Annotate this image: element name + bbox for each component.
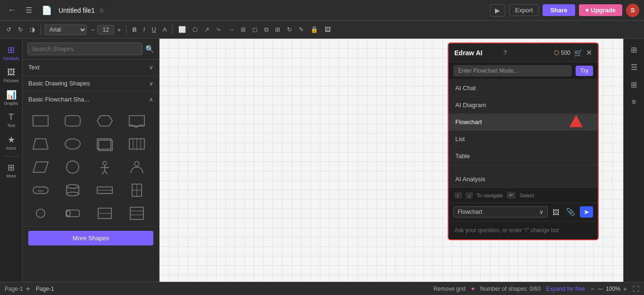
italic-button[interactable]: I [141, 25, 148, 34]
ai-chat-input[interactable] [454, 225, 592, 236]
shape-note[interactable] [124, 202, 150, 224]
star-button[interactable]: ☆ [99, 7, 105, 14]
line-button[interactable]: ↗ [202, 25, 212, 34]
shape-horiz-bar[interactable] [92, 179, 118, 201]
ai-generate-field[interactable]: Enter Flowchart Mode... [453, 65, 572, 76]
ai-chat-item[interactable]: AI Chat [449, 80, 598, 97]
border-button[interactable]: ⊞ [238, 25, 248, 34]
font-size-decrease[interactable]: − [89, 25, 96, 34]
ai-list-item[interactable]: List [449, 131, 598, 148]
add-page-button[interactable]: + [26, 285, 30, 293]
right-rail-grid[interactable]: ⊞ [628, 77, 640, 92]
avatar[interactable]: S [626, 4, 639, 17]
shape-trapezoid[interactable] [27, 133, 53, 154]
layer-button[interactable]: ⧉ [262, 25, 271, 34]
arrange-button[interactable]: ⊞ [273, 25, 283, 34]
shape-double-rect[interactable] [92, 133, 118, 154]
right-rail-more[interactable]: ≡ [629, 95, 639, 109]
align-button[interactable]: ⬜ [176, 25, 188, 34]
upgrade-button[interactable]: ♥ Upgrade [579, 4, 622, 16]
zoom-out-button[interactable]: − [591, 285, 594, 293]
export-button[interactable]: Export [509, 4, 539, 16]
shape-bullet[interactable] [59, 202, 85, 224]
text-section-header[interactable]: Text ∨ [23, 59, 159, 75]
back-button[interactable]: ← [5, 3, 19, 17]
connector-button[interactable]: ⤷ [214, 25, 224, 34]
ai-mode-select[interactable]: Flowchart ∨ [453, 206, 548, 218]
flowchart-section-header[interactable]: Basic Flowchart Sha... ∧ [23, 92, 159, 107]
shape-person[interactable] [92, 156, 118, 177]
shape-yes-btn[interactable]: Yes [27, 179, 53, 201]
rotate-button[interactable]: ↻ [284, 25, 294, 34]
shape-vert-bar[interactable] [124, 179, 150, 201]
shape-striped-rect[interactable] [124, 133, 150, 154]
ai-cart-button[interactable]: 🛒 [574, 49, 582, 57]
right-rail-properties[interactable]: ☰ [628, 60, 640, 75]
undo-button[interactable]: ↺ [4, 25, 14, 34]
font-size-input[interactable] [97, 25, 114, 34]
ai-flowchart-item[interactable]: Flowchart [449, 114, 598, 131]
ai-close-button[interactable]: ✕ [586, 48, 592, 57]
shape-circle[interactable] [59, 156, 85, 177]
shape-parallelogram[interactable] [27, 156, 53, 177]
more-shapes-button[interactable]: More Shapes [28, 231, 153, 245]
ai-help-button[interactable]: ? [503, 49, 507, 56]
zoom-in-button[interactable]: + [623, 285, 627, 293]
canvas-area[interactable]: Edraw AI ? ⬡ 500 🛒 ✕ Enter Flowchart Mod… [159, 39, 623, 282]
basic-drawing-header[interactable]: Basic Drawing Shapes ∨ [23, 76, 159, 91]
shape-cylinder[interactable] [59, 179, 85, 201]
shadow-button[interactable]: ◻ [250, 25, 260, 34]
coins-value: 500 [561, 50, 570, 56]
remove-grid-button[interactable]: Remove grid [434, 286, 466, 292]
shape-bust[interactable] [124, 156, 150, 177]
ai-diagram-item[interactable]: AI Diagram [449, 97, 598, 114]
bold-button[interactable]: B [130, 25, 139, 34]
image-button[interactable]: 🖼 [322, 25, 333, 34]
svg-rect-0 [33, 116, 48, 126]
share-button[interactable]: Share [543, 4, 575, 16]
ai-dropdown: AI Chat AI Diagram Flowchart List Table … [449, 80, 598, 187]
lock-button[interactable]: 🔒 [308, 25, 320, 34]
select-key: ↵ [507, 192, 516, 199]
theme-button[interactable]: ◑ [27, 25, 37, 34]
ai-try-button[interactable]: Try [576, 66, 593, 76]
shape-small-circle[interactable] [27, 202, 53, 224]
shape-stadium[interactable] [59, 133, 85, 154]
svg-point-5 [65, 139, 80, 149]
underline-button[interactable]: U [149, 25, 158, 34]
sidebar-item-icons[interactable]: ★ Icons [0, 132, 22, 153]
sidebar-item-more[interactable]: ⊞ More [0, 160, 22, 181]
main-area: ⊞ Symbols 🖼 Pictures 📊 Graphs T Text ★ I… [0, 39, 644, 282]
sidebar-item-symbols[interactable]: ⊞ Symbols [0, 42, 22, 63]
menu-button[interactable]: ☰ [23, 4, 35, 17]
expand-free-button[interactable]: Expand for free [546, 286, 585, 292]
shape-button[interactable]: ⬡ [190, 25, 200, 34]
font-color-button[interactable]: A [160, 25, 169, 34]
ai-table-item[interactable]: Table [449, 148, 598, 165]
search-icon[interactable]: 🔍 [145, 45, 154, 53]
font-size-increase[interactable]: + [115, 25, 123, 34]
select-hint-label: Select [519, 193, 534, 198]
shape-brackets[interactable] [92, 202, 118, 224]
sidebar-item-graphs[interactable]: 📊 Graphs [0, 87, 22, 108]
ai-image-button[interactable]: 🖼 [551, 206, 561, 218]
edit-button[interactable]: ✎ [296, 25, 306, 34]
ai-send-button[interactable]: ➤ [580, 206, 593, 218]
redo-button[interactable]: ↻ [16, 25, 25, 34]
search-input[interactable] [27, 42, 142, 55]
right-rail-adjust[interactable]: ⊞ [628, 42, 640, 57]
shape-hexagon[interactable] [92, 110, 118, 131]
play-button[interactable]: ▶ [490, 4, 505, 17]
shape-wavy-rect[interactable] [124, 110, 150, 131]
sidebar-item-text[interactable]: T Text [0, 110, 22, 130]
ai-analysis-item[interactable]: AI Analysis [449, 171, 598, 187]
arrow-button[interactable]: → [226, 25, 236, 34]
svg-rect-36 [130, 207, 143, 219]
shape-rounded-rect[interactable] [59, 110, 85, 131]
ai-upload-button[interactable]: 📎 [564, 206, 577, 218]
shape-rectangle[interactable] [27, 110, 53, 131]
sidebar-item-pictures[interactable]: 🖼 Pictures [0, 65, 22, 85]
font-select[interactable]: Arial Times New Roman [44, 25, 87, 35]
fullscreen-button[interactable]: ⛶ [633, 285, 639, 293]
page-tab[interactable]: Page-1 [36, 286, 54, 292]
